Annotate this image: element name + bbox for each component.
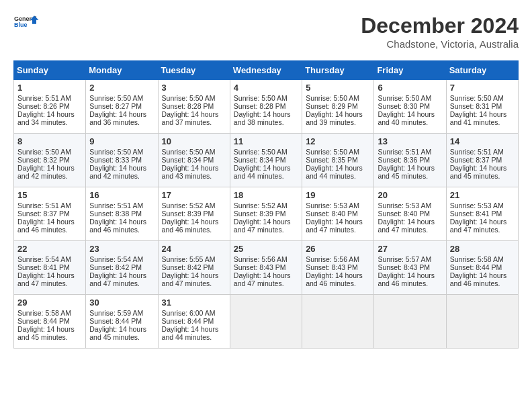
day-info: Sunset: 8:39 PM: [234, 210, 298, 218]
calendar-cell: 5Sunrise: 5:50 AMSunset: 8:29 PMDaylight…: [302, 80, 374, 134]
month-title: December 2024: [361, 13, 519, 38]
day-number: 3: [162, 83, 226, 93]
day-number: 27: [378, 244, 442, 254]
calendar-cell: 30Sunrise: 5:59 AMSunset: 8:44 PMDayligh…: [86, 295, 158, 349]
day-info: and 42 minutes.: [89, 172, 154, 180]
day-info: Daylight: 14 hours: [162, 325, 226, 333]
calendar-cell: 4Sunrise: 5:50 AMSunset: 8:28 PMDaylight…: [230, 80, 302, 134]
day-number: 25: [234, 244, 298, 254]
day-info: Daylight: 14 hours: [89, 218, 154, 226]
svg-text:Blue: Blue: [14, 21, 28, 28]
day-info: Sunset: 8:31 PM: [450, 102, 515, 110]
day-info: and 46 minutes.: [450, 279, 515, 287]
day-info: Sunrise: 5:50 AM: [306, 94, 370, 102]
location: Chadstone, Victoria, Australia: [361, 38, 519, 50]
calendar-cell: 8Sunrise: 5:50 AMSunset: 8:32 PMDaylight…: [14, 134, 86, 187]
day-info: and 45 minutes.: [378, 172, 442, 180]
day-info: Sunrise: 5:54 AM: [17, 255, 82, 263]
day-info: and 46 minutes.: [162, 226, 226, 234]
day-info: Daylight: 14 hours: [378, 164, 442, 172]
day-info: Sunset: 8:32 PM: [17, 156, 82, 164]
day-info: Sunrise: 5:52 AM: [162, 201, 226, 210]
day-info: Sunrise: 5:56 AM: [306, 255, 370, 263]
day-info: Daylight: 14 hours: [17, 218, 82, 226]
day-number: 31: [162, 298, 226, 308]
calendar-cell: 22Sunrise: 5:54 AMSunset: 8:41 PMDayligh…: [14, 241, 86, 295]
day-info: and 47 minutes.: [162, 279, 226, 287]
week-row-1: 1Sunrise: 5:51 AMSunset: 8:26 PMDaylight…: [14, 80, 519, 134]
day-info: Sunrise: 5:50 AM: [89, 148, 154, 156]
day-info: Sunset: 8:35 PM: [306, 156, 370, 164]
calendar-cell: [230, 295, 302, 349]
calendar-header-row: SundayMondayTuesdayWednesdayThursdayFrid…: [14, 61, 519, 80]
day-info: Daylight: 14 hours: [234, 218, 298, 226]
day-info: Daylight: 14 hours: [17, 164, 82, 172]
day-info: Daylight: 14 hours: [234, 164, 298, 172]
day-number: 28: [450, 244, 515, 254]
day-number: 19: [306, 190, 370, 200]
calendar-cell: 20Sunrise: 5:53 AMSunset: 8:40 PMDayligh…: [374, 187, 446, 241]
week-row-5: 29Sunrise: 5:58 AMSunset: 8:44 PMDayligh…: [14, 295, 519, 349]
day-info: Daylight: 14 hours: [450, 164, 515, 172]
day-info: Sunrise: 5:50 AM: [17, 148, 82, 156]
day-info: and 47 minutes.: [234, 279, 298, 287]
day-number: 17: [162, 190, 226, 200]
day-info: Sunset: 8:41 PM: [17, 263, 82, 271]
day-info: and 46 minutes.: [17, 226, 82, 234]
day-info: and 44 minutes.: [306, 172, 370, 180]
day-info: Daylight: 14 hours: [306, 271, 370, 279]
day-info: Daylight: 14 hours: [89, 271, 154, 279]
day-info: and 47 minutes.: [450, 226, 515, 234]
calendar-cell: 21Sunrise: 5:53 AMSunset: 8:41 PMDayligh…: [446, 187, 518, 241]
day-number: 14: [450, 136, 515, 146]
calendar-cell: 24Sunrise: 5:55 AMSunset: 8:42 PMDayligh…: [158, 241, 230, 295]
calendar-cell: 23Sunrise: 5:54 AMSunset: 8:42 PMDayligh…: [86, 241, 158, 295]
day-number: 12: [306, 136, 370, 146]
day-info: Sunset: 8:36 PM: [378, 156, 442, 164]
day-info: Sunset: 8:38 PM: [89, 210, 154, 218]
day-number: 21: [450, 190, 515, 200]
day-info: and 45 minutes.: [17, 333, 82, 341]
day-info: Sunrise: 5:54 AM: [89, 255, 154, 263]
day-info: Sunrise: 5:59 AM: [89, 309, 154, 317]
day-number: 15: [17, 190, 82, 200]
day-info: and 42 minutes.: [17, 172, 82, 180]
week-row-4: 22Sunrise: 5:54 AMSunset: 8:41 PMDayligh…: [14, 241, 519, 295]
calendar-cell: 6Sunrise: 5:50 AMSunset: 8:30 PMDaylight…: [374, 80, 446, 134]
day-info: Sunrise: 5:55 AM: [162, 255, 226, 263]
day-info: Daylight: 14 hours: [89, 325, 154, 333]
day-number: 4: [234, 83, 298, 93]
calendar-cell: 12Sunrise: 5:50 AMSunset: 8:35 PMDayligh…: [302, 134, 374, 187]
day-info: Sunset: 8:41 PM: [450, 210, 515, 218]
day-info: Daylight: 14 hours: [162, 164, 226, 172]
day-info: Sunset: 8:40 PM: [306, 210, 370, 218]
day-info: Sunset: 8:28 PM: [162, 102, 226, 110]
day-info: and 43 minutes.: [162, 172, 226, 180]
day-info: and 39 minutes.: [306, 118, 370, 126]
day-info: Daylight: 14 hours: [234, 271, 298, 279]
day-info: Sunrise: 5:58 AM: [17, 309, 82, 317]
calendar-cell: 28Sunrise: 5:58 AMSunset: 8:44 PMDayligh…: [446, 241, 518, 295]
day-info: and 47 minutes.: [306, 226, 370, 234]
calendar-cell: 1Sunrise: 5:51 AMSunset: 8:26 PMDaylight…: [14, 80, 86, 134]
day-info: Sunset: 8:34 PM: [234, 156, 298, 164]
day-info: Sunset: 8:43 PM: [234, 263, 298, 271]
calendar-cell: [446, 295, 518, 349]
day-info: Daylight: 14 hours: [89, 164, 154, 172]
calendar-cell: 27Sunrise: 5:57 AMSunset: 8:43 PMDayligh…: [374, 241, 446, 295]
calendar-cell: 9Sunrise: 5:50 AMSunset: 8:33 PMDaylight…: [86, 134, 158, 187]
day-info: Daylight: 14 hours: [162, 271, 226, 279]
day-info: Sunrise: 5:50 AM: [89, 94, 154, 102]
day-info: Sunrise: 5:50 AM: [162, 148, 226, 156]
day-info: Daylight: 14 hours: [306, 218, 370, 226]
calendar-cell: 31Sunrise: 6:00 AMSunset: 8:44 PMDayligh…: [158, 295, 230, 349]
day-header-thursday: Thursday: [302, 61, 374, 80]
day-info: Sunrise: 6:00 AM: [162, 309, 226, 317]
day-number: 7: [450, 83, 515, 93]
calendar-cell: 2Sunrise: 5:50 AMSunset: 8:27 PMDaylight…: [86, 80, 158, 134]
day-info: and 47 minutes.: [378, 226, 442, 234]
day-header-monday: Monday: [86, 61, 158, 80]
day-info: Sunset: 8:43 PM: [306, 263, 370, 271]
day-header-tuesday: Tuesday: [158, 61, 230, 80]
day-number: 18: [234, 190, 298, 200]
